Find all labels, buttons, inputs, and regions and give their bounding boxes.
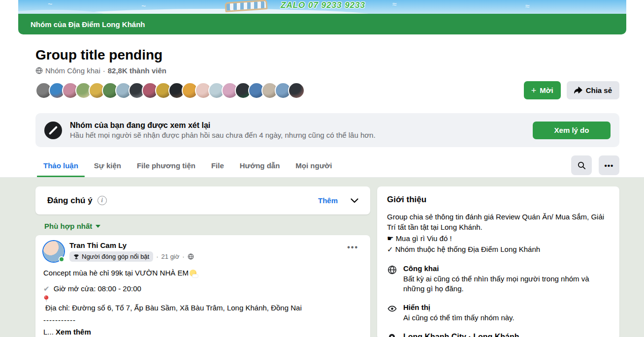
group-parent-banner-label: Nhóm của Địa Điểm Long Khánh <box>31 20 145 29</box>
visibility-item-title: Hiển thị <box>403 303 515 311</box>
about-visibility-item: Hiển thị Ai cũng có thể tìm thấy nhóm nà… <box>387 303 610 323</box>
post-truncated-text: L... <box>43 328 54 336</box>
steam-swirl-decoration: ~ <box>141 2 146 11</box>
share-arrow-icon <box>574 87 582 94</box>
chevron-down-icon[interactable] <box>351 198 358 203</box>
member-avatar-strip[interactable] <box>35 82 305 99</box>
tab-thao-luan[interactable]: Thảo luận <box>35 153 86 177</box>
post-author-name[interactable]: Tran Thi Cam Ly <box>69 241 194 249</box>
cover-cloud-shape <box>18 10 107 14</box>
pending-review-icon <box>44 122 62 139</box>
eye-icon <box>387 303 397 323</box>
check-mark-icon: ✓ <box>387 245 393 253</box>
post-text-line3: Địa chỉ: Đường số 6, Tổ 7, Ấp Bàu Sầm, X… <box>45 304 302 312</box>
about-check-line: Nhóm thuộc hệ thống Địa Điểm Long Khánh <box>395 245 540 253</box>
more-options-button[interactable]: ••• <box>599 155 619 175</box>
steam-swirl-decoration: ~ <box>48 0 52 9</box>
about-description: Group chia sẻ thông tin đánh giá Review … <box>387 212 610 232</box>
privacy-item-title: Công khai <box>403 264 610 273</box>
post-menu-button[interactable]: ••• <box>343 241 362 254</box>
share-button-label: Chia sẻ <box>586 86 612 94</box>
ellipsis-icon: ••• <box>605 161 614 170</box>
globe-icon <box>188 253 194 260</box>
notice-subtitle: Hầu hết mọi người sẽ nhận được phản hồi … <box>70 131 525 139</box>
member-avatar[interactable] <box>288 82 305 99</box>
see-more-link[interactable]: Xem thêm <box>56 328 91 336</box>
post-meta-separator: · <box>156 253 158 260</box>
online-status-dot <box>59 256 64 262</box>
about-pointer-line: Mua gì rì Viu đó ! <box>396 234 452 243</box>
tab-su-kien[interactable]: Sự kiện <box>86 153 129 177</box>
post-text-line2: Giờ mở cửa: 08:00 - 20:00 <box>54 284 141 293</box>
sort-label: Phù hợp nhất <box>44 222 92 230</box>
visibility-item-desc: Ai cũng có thể tìm thấy nhóm này. <box>403 313 515 323</box>
invite-button-label: Mời <box>540 86 553 94</box>
contributor-badge[interactable]: Người đóng góp nổi bật <box>69 251 153 262</box>
trophy-icon <box>73 254 79 260</box>
about-section: Giới thiệu Group chia sẻ thông tin đánh … <box>377 186 619 337</box>
cover-photo-region: ~ ~ ≈ ≈ ZALO 07 9233 9233 Nhóm của Địa Đ… <box>18 0 626 34</box>
globe-icon <box>387 264 397 294</box>
about-location-item: Long Khanh City · Long Khánh <box>387 333 610 337</box>
group-privacy-label[interactable]: Nhóm Công khai <box>45 66 100 75</box>
privacy-item-desc: Bất kỳ ai cũng có thể nhìn thấy mọi ngườ… <box>403 274 610 294</box>
post-timestamp[interactable]: 21 giờ <box>161 253 180 260</box>
share-button[interactable]: Chia sẻ <box>567 81 619 99</box>
cover-zalo-text: ZALO 07 9233 9233 <box>281 0 365 10</box>
about-title: Giới thiệu <box>387 195 610 205</box>
round-pushpin-emoji <box>43 295 362 303</box>
notice-title: Nhóm của bạn đang được xem xét lại <box>70 121 525 130</box>
water-splash-decoration: ≈ <box>392 0 397 9</box>
group-review-notice: Nhóm của bạn đang được xem xét lại Hầu h… <box>35 113 619 147</box>
meta-separator: · <box>103 66 105 75</box>
group-header: Group title pending Nhóm Công khai · 82,… <box>0 34 644 99</box>
tab-moi-nguoi[interactable]: Mọi người <box>288 153 340 177</box>
post-meta-separator: · <box>182 253 184 260</box>
feed-sort-control[interactable]: Phù hợp nhất <box>44 222 370 230</box>
map-pin-icon <box>387 333 397 337</box>
post-dash-divider: ----------- <box>43 315 362 326</box>
featured-section: Đáng chú ý i Thêm <box>35 186 370 214</box>
info-circle-icon[interactable]: i <box>97 196 107 205</box>
invite-button[interactable]: + Mời <box>524 81 561 99</box>
group-title: Group title pending <box>35 47 619 63</box>
member-count[interactable]: 82,8K thành viên <box>108 66 166 75</box>
feed-post: Tran Thi Cam Ly Người đóng góp nổi bật <box>35 235 370 337</box>
about-privacy-item: Công khai Bất kỳ ai cũng có thể nhìn thấ… <box>387 264 610 294</box>
pointing-finger-icon: ☛ <box>387 234 393 243</box>
water-splash-decoration: ≈ <box>525 2 530 11</box>
tab-file-phuong-tien[interactable]: File phương tiện <box>129 153 203 177</box>
group-tabs-bar: Thảo luận Sự kiện File phương tiện File … <box>0 153 644 178</box>
group-main-area: Đáng chú ý i Thêm Phù hợp nhất <box>0 178 644 337</box>
location-label[interactable]: Long Khanh City · Long Khánh <box>403 333 519 337</box>
group-meta: Nhóm Công khai · 82,8K thành viên <box>35 66 619 75</box>
search-icon <box>578 161 586 170</box>
post-text-line1: Concept mùa hè chỉ 99k tại VƯỜN NHÀ EM <box>43 269 189 277</box>
group-parent-banner[interactable]: Nhóm của Địa Điểm Long Khánh <box>18 14 626 34</box>
plus-icon: + <box>531 86 537 95</box>
search-button[interactable] <box>571 155 592 175</box>
tab-huong-dan[interactable]: Hướng dẫn <box>232 153 288 177</box>
featured-title: Đáng chú ý <box>47 196 93 206</box>
cover-photo[interactable]: ~ ~ ≈ ≈ ZALO 07 9233 9233 <box>18 0 626 14</box>
post-body: Concept mùa hè chỉ 99k tại VƯỜN NHÀ EM ✔… <box>43 268 362 337</box>
globe-icon <box>35 67 43 74</box>
sun-behind-cloud-emoji <box>190 270 196 276</box>
check-mark-emoji: ✔ <box>43 284 50 293</box>
post-author-avatar[interactable] <box>43 241 64 262</box>
featured-more-link[interactable]: Thêm <box>318 196 338 205</box>
caret-down-icon <box>96 225 100 228</box>
see-reason-button[interactable]: Xem lý do <box>533 122 611 139</box>
tab-file[interactable]: File <box>203 153 232 177</box>
contributor-badge-label: Người đóng góp nổi bật <box>82 253 149 260</box>
